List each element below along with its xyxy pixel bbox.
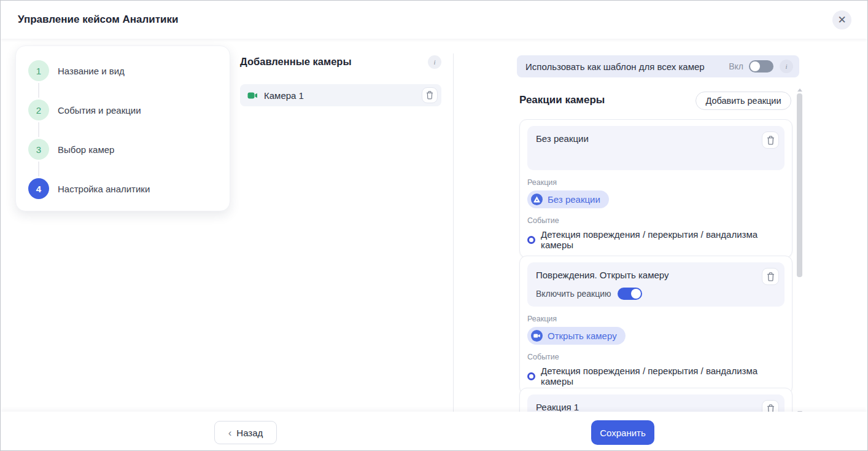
modal-footer bbox=[1, 412, 867, 450]
step-number-badge: 3 bbox=[28, 139, 49, 160]
toggle-caption: Вкл bbox=[729, 61, 743, 71]
event-label: Детекция повреждения / перекрытия / ванд… bbox=[541, 366, 785, 386]
event-field-label: Событие bbox=[527, 216, 785, 225]
stepper-panel: 1 Название и вид 2 События и реакции 3 В… bbox=[15, 45, 230, 211]
delete-reaction-button[interactable] bbox=[762, 131, 779, 149]
trash-icon bbox=[767, 136, 775, 145]
reaction-card-no-reaction: Без реакции Реакция bbox=[519, 119, 792, 258]
toggle-knob bbox=[750, 61, 760, 71]
warning-triangle-icon bbox=[531, 194, 543, 205]
template-info-button[interactable]: i bbox=[780, 60, 793, 73]
page-title: Управление кейсом Аналитики bbox=[18, 1, 179, 39]
video-camera-icon bbox=[247, 92, 258, 100]
event-field-label: Событие bbox=[527, 353, 785, 361]
reaction-card-open-camera: Повреждения. Открыть камеру Включить реа… bbox=[519, 256, 792, 394]
scrollbar-thumb[interactable] bbox=[797, 93, 802, 277]
close-icon: ✕ bbox=[837, 14, 846, 26]
radio-ring-icon bbox=[527, 236, 535, 244]
reaction-field-label: Реакция bbox=[527, 315, 785, 323]
reaction-card-header: Повреждения. Открыть камеру Включить реа… bbox=[527, 262, 785, 307]
added-cameras-title: Добавленные камеры bbox=[240, 56, 352, 68]
camera-name: Камера 1 bbox=[264, 90, 416, 101]
trash-icon bbox=[767, 272, 775, 281]
reaction-name: Без реакции bbox=[536, 133, 755, 144]
chevron-left-icon: ‹ bbox=[228, 428, 232, 438]
reaction-field-label: Реакция bbox=[527, 178, 785, 187]
reaction-name: Реакция 1 bbox=[536, 402, 755, 412]
step-connector bbox=[38, 162, 39, 176]
analytics-case-modal: Управление кейсом Аналитики ✕ 1 Название… bbox=[0, 0, 868, 451]
video-camera-icon bbox=[531, 330, 543, 342]
enable-reaction-label: Включить реакцию bbox=[536, 289, 611, 299]
camera-list-item[interactable]: Камера 1 bbox=[240, 84, 441, 106]
enable-reaction-row: Включить реакцию bbox=[536, 288, 755, 300]
step-item-events-reactions[interactable]: 2 События и реакции bbox=[28, 100, 219, 120]
add-reactions-button[interactable]: Добавить реакции bbox=[696, 92, 791, 110]
reaction-card-header: Без реакции bbox=[527, 126, 785, 170]
info-icon: i bbox=[433, 58, 435, 66]
step-label: События и реакции bbox=[58, 105, 141, 116]
save-button[interactable]: Сохранить bbox=[591, 420, 654, 445]
event-label: Детекция повреждения / перекрытия / ванд… bbox=[541, 229, 785, 250]
step-item-analytics-settings[interactable]: 4 Настройка аналитики bbox=[28, 178, 219, 199]
reactions-scrollbar bbox=[797, 87, 802, 416]
step-connector bbox=[38, 122, 39, 137]
step-label: Выбор камер bbox=[58, 144, 114, 155]
column-divider bbox=[453, 53, 454, 415]
event-item[interactable]: Детекция повреждения / перекрытия / ванд… bbox=[527, 366, 785, 386]
template-toggle[interactable] bbox=[749, 60, 773, 73]
step-label: Название и вид bbox=[58, 66, 125, 76]
chip-label: Без реакции bbox=[548, 194, 600, 205]
enable-reaction-toggle[interactable] bbox=[618, 288, 642, 300]
close-button[interactable]: ✕ bbox=[832, 10, 851, 29]
camera-reactions-title: Реакции камеры bbox=[519, 94, 605, 106]
added-cameras-info-button[interactable]: i bbox=[428, 55, 441, 69]
reaction-chip-no-reaction[interactable]: Без реакции bbox=[527, 190, 609, 208]
step-connector bbox=[38, 83, 39, 98]
event-item[interactable]: Детекция повреждения / перекрытия / ванд… bbox=[527, 229, 785, 250]
step-label: Настройка аналитики bbox=[58, 184, 150, 194]
radio-ring-icon bbox=[527, 372, 535, 380]
reaction-name: Повреждения. Открыть камеру bbox=[536, 270, 755, 280]
step-item-camera-selection[interactable]: 3 Выбор камер bbox=[28, 139, 219, 160]
info-icon: i bbox=[785, 63, 787, 70]
scrollbar-up-arrow-icon[interactable] bbox=[797, 88, 802, 92]
back-button-label: Назад bbox=[236, 428, 263, 438]
delete-reaction-button[interactable] bbox=[762, 268, 779, 285]
trash-icon bbox=[426, 91, 433, 100]
template-toggle-label: Использовать как шаблон для всех камер bbox=[525, 61, 729, 72]
back-button[interactable]: ‹ Назад bbox=[214, 421, 277, 444]
modal-header: Управление кейсом Аналитики ✕ bbox=[1, 1, 867, 39]
step-number-badge: 4 bbox=[28, 178, 49, 199]
toggle-knob bbox=[631, 289, 641, 299]
reaction-chip-open-camera[interactable]: Открыть камеру bbox=[527, 327, 626, 345]
step-number-badge: 2 bbox=[28, 100, 49, 120]
delete-camera-button[interactable] bbox=[422, 87, 438, 103]
step-number-badge: 1 bbox=[28, 60, 49, 81]
template-toggle-bar: Использовать как шаблон для всех камер В… bbox=[517, 55, 799, 77]
step-item-name-and-type[interactable]: 1 Название и вид bbox=[28, 60, 219, 81]
chip-label: Открыть камеру bbox=[548, 331, 617, 341]
